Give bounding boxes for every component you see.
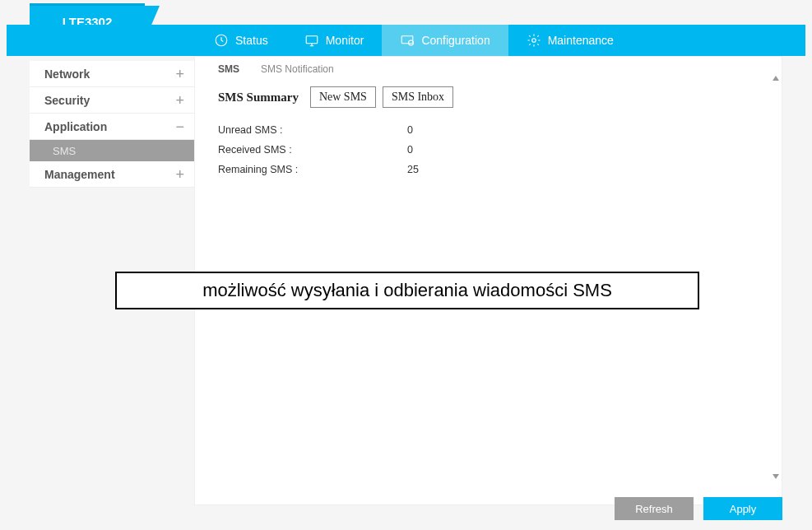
stat-value: 25 [407,164,419,175]
nav-configuration[interactable]: Configuration [382,25,508,56]
sidebar-item-network[interactable]: Network + [30,61,194,87]
sidebar-sub-label: SMS [53,145,76,157]
nav-maintenance-label: Maintenance [548,34,614,47]
tab-sms-notification[interactable]: SMS Notification [261,63,334,75]
sidebar-item-management[interactable]: Management + [30,161,194,188]
stat-value: 0 [407,144,413,156]
tab-sms[interactable]: SMS [218,63,239,75]
footer-actions: Refresh Apply [615,497,782,520]
nav-status-label: Status [235,34,268,47]
heading-row: SMS Summary New SMS SMS Inbox [195,78,782,113]
expand-icon: + [175,67,184,81]
monitor-icon [304,33,319,48]
stats-block: Unread SMS : 0 Received SMS : 0 Remainin… [195,113,782,195]
new-sms-button[interactable]: New SMS [310,86,376,108]
stat-label: Remaining SMS : [218,164,407,175]
scroll-down-icon[interactable] [773,474,779,479]
stat-row-received: Received SMS : 0 [218,144,759,156]
scroll-up-icon[interactable] [773,76,779,81]
nav-maintenance[interactable]: Maintenance [508,25,632,56]
nav-monitor[interactable]: Monitor [286,25,383,56]
top-nav: Status Monitor Configuration Maintenance [7,25,805,56]
sidebar-label-network: Network [44,67,90,81]
section-heading: SMS Summary [218,91,299,105]
apply-button[interactable]: Apply [703,497,782,520]
content-tabs: SMS SMS Notification [195,57,782,78]
expand-icon: + [175,167,184,182]
annotation-text: możliwość wysyłania i odbierania wiadomo… [202,280,612,300]
sms-inbox-button[interactable]: SMS Inbox [383,86,453,108]
gear-icon [527,33,541,48]
nav-configuration-label: Configuration [421,34,490,47]
refresh-button[interactable]: Refresh [615,497,694,520]
expand-icon: + [175,93,184,108]
sidebar-label-application: Application [44,120,107,133]
stat-label: Received SMS : [218,144,407,156]
status-icon [214,33,229,48]
sidebar-item-security[interactable]: Security + [30,87,194,114]
stat-label: Unread SMS : [218,124,407,136]
configuration-icon [400,33,415,48]
sidebar-label-management: Management [44,168,115,181]
sidebar-item-application[interactable]: Application − [30,114,194,140]
svg-rect-2 [402,36,414,44]
stat-value: 0 [407,124,413,136]
sidebar-label-security: Security [44,94,90,107]
stat-row-unread: Unread SMS : 0 [218,124,759,136]
nav-status[interactable]: Status [196,25,286,56]
scrollbar[interactable] [773,76,779,479]
svg-point-4 [531,39,536,43]
svg-rect-1 [306,36,318,44]
collapse-icon: − [175,119,184,134]
sidebar-subitem-sms[interactable]: SMS [30,140,194,161]
nav-monitor-label: Monitor [326,34,364,47]
sidebar: Network + Security + Application − SMS M… [30,61,194,188]
stat-row-remaining: Remaining SMS : 25 [218,164,759,175]
annotation-overlay: możliwość wysyłania i odbierania wiadomo… [115,272,699,309]
